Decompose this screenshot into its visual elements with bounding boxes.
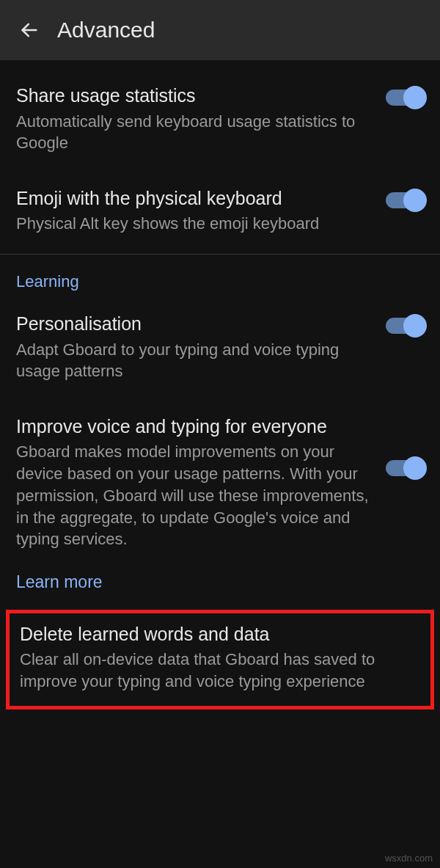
- toggle-personalisation[interactable]: [386, 318, 424, 334]
- setting-emoji-physical-keyboard[interactable]: Emoji with the physical keyboard Physica…: [0, 170, 440, 251]
- toggle-improve-voice-typing[interactable]: [386, 460, 424, 476]
- setting-text: Improve voice and typing for everyone Gb…: [16, 415, 374, 550]
- setting-subtitle: Automatically send keyboard usage statis…: [16, 111, 374, 154]
- arrow-left-icon: [19, 20, 40, 40]
- setting-title: Personalisation: [16, 312, 374, 336]
- setting-text: Personalisation Adapt Gboard to your typ…: [16, 312, 374, 382]
- setting-title: Improve voice and typing for everyone: [16, 415, 374, 439]
- setting-improve-voice-typing[interactable]: Improve voice and typing for everyone Gb…: [0, 398, 440, 566]
- toggle-share-usage-statistics[interactable]: [386, 90, 424, 106]
- back-button[interactable]: [15, 15, 44, 45]
- setting-share-usage-statistics[interactable]: Share usage statistics Automatically sen…: [0, 68, 440, 170]
- setting-delete-learned-words[interactable]: Delete learned words and data Clear all …: [6, 610, 434, 710]
- setting-subtitle: Adapt Gboard to your typing and voice ty…: [16, 339, 374, 382]
- page-title: Advanced: [57, 18, 155, 43]
- setting-text: Share usage statistics Automatically sen…: [16, 84, 374, 154]
- setting-title: Delete learned words and data: [20, 622, 420, 646]
- section-header-learning: Learning: [0, 255, 440, 296]
- setting-subtitle: Clear all on-device data that Gboard has…: [20, 649, 420, 692]
- toggle-knob: [403, 189, 427, 212]
- setting-text: Emoji with the physical keyboard Physica…: [16, 186, 374, 235]
- learn-more-link[interactable]: Learn more: [0, 566, 440, 608]
- watermark: wsxdn.com: [385, 853, 433, 864]
- toggle-knob: [403, 86, 427, 109]
- setting-title: Emoji with the physical keyboard: [16, 186, 374, 211]
- settings-list: Share usage statistics Automatically sen…: [0, 60, 440, 710]
- toggle-knob: [403, 314, 427, 338]
- setting-personalisation[interactable]: Personalisation Adapt Gboard to your typ…: [0, 296, 440, 398]
- setting-subtitle: Physical Alt key shows the emoji keyboar…: [16, 213, 374, 235]
- setting-subtitle: Gboard makes model improvements on your …: [16, 441, 374, 550]
- app-header: Advanced: [0, 0, 440, 60]
- toggle-emoji-physical-keyboard[interactable]: [386, 192, 424, 208]
- toggle-knob: [403, 456, 427, 480]
- setting-title: Share usage statistics: [16, 84, 374, 108]
